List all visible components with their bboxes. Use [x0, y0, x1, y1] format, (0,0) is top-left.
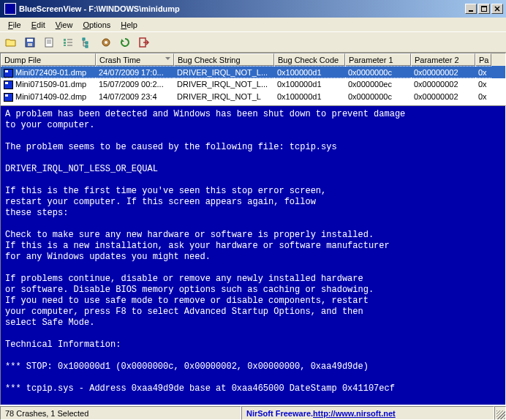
bsod-preview: A problem has been detected and Windows … [0, 105, 506, 405]
column-header-row: Dump File Crash Time Bug Check String Bu… [1, 53, 505, 66]
menu-help-label: elp [126, 20, 137, 29]
col-bug-string[interactable]: Bug Check String [174, 53, 274, 66]
col-bug-code[interactable]: Bug Check Code [274, 53, 345, 66]
cell-p3: 0x [475, 78, 491, 91]
col-crash-time-label: Crash Time [99, 56, 140, 64]
col-crash-time[interactable]: Crash Time [96, 53, 174, 66]
menu-help[interactable]: Help [116, 19, 143, 31]
col-param3[interactable]: Pa [475, 53, 491, 66]
options-button[interactable] [60, 34, 76, 50]
status-right: NirSoft Freeware. http://www.nirsoft.net [241, 406, 494, 420]
menu-options[interactable]: Options [78, 19, 116, 31]
cell-p3: 0x [475, 91, 491, 103]
status-brand: NirSoft Freeware. [246, 409, 313, 418]
menu-bar: File Edit View Options Help [0, 18, 506, 32]
cell-p1: 0x0000000c [345, 91, 411, 103]
menu-file[interactable]: File [3, 19, 26, 31]
exit-icon [138, 37, 150, 48]
close-button[interactable] [491, 4, 503, 14]
refresh-icon [119, 37, 131, 48]
cell-p3: 0x [475, 66, 491, 78]
settings-button[interactable] [98, 34, 114, 50]
cell-str: DRIVER_IRQL_NOT_L... [174, 78, 274, 91]
menu-file-label: ile [13, 20, 21, 29]
window-title: BlueScreenView - F:\WINDOWS\minidump [19, 4, 180, 13]
menu-view[interactable]: View [50, 19, 78, 31]
col-param1[interactable]: Parameter 1 [345, 53, 411, 66]
cell-str: DRIVER_IRQL_NOT_L... [174, 66, 274, 78]
window-controls [465, 4, 505, 14]
cell-str: DRIVER_IRQL_NOT_L [174, 91, 274, 103]
open-button[interactable] [3, 34, 19, 50]
svg-rect-19 [86, 42, 88, 44]
svg-point-22 [105, 41, 107, 44]
menu-options-label: ptions [89, 20, 110, 29]
table-row[interactable]: Mini071509-01.dmp 15/07/2009 00:2... DRI… [1, 78, 505, 91]
status-link[interactable]: http://www.nirsoft.net [313, 409, 396, 418]
cell-p1: 0x000000ec [345, 78, 411, 91]
status-left: 78 Crashes, 1 Selected [0, 406, 241, 420]
app-icon [4, 3, 16, 15]
cell-p2: 0x00000002 [411, 66, 475, 78]
title-bar: BlueScreenView - F:\WINDOWS\minidump [0, 0, 506, 18]
cell-time: 24/07/2009 17:0... [96, 66, 174, 78]
table-row[interactable]: Mini072409-01.dmp 24/07/2009 17:0... DRI… [1, 66, 505, 78]
dump-icon [4, 69, 13, 78]
floppy-icon [24, 37, 36, 48]
cell-code: 0x100000d1 [274, 91, 345, 103]
dump-icon [4, 80, 13, 89]
svg-rect-2 [481, 6, 487, 7]
menu-edit-label: dit [37, 20, 45, 29]
dump-icon [4, 93, 13, 102]
cell-p1: 0x0000000c [345, 66, 411, 78]
gear-icon [100, 37, 112, 48]
cell-code: 0x100000d1 [274, 78, 345, 91]
props-button[interactable] [41, 34, 57, 50]
svg-rect-0 [469, 10, 473, 12]
cell-file: Mini071409-02.dmp [15, 92, 86, 101]
svg-rect-13 [64, 42, 66, 44]
cell-file: Mini072409-01.dmp [15, 68, 86, 77]
svg-rect-12 [64, 39, 66, 41]
svg-rect-14 [64, 45, 66, 46]
dump-list[interactable]: Dump File Crash Time Bug Check String Bu… [0, 53, 506, 105]
svg-rect-6 [27, 39, 33, 42]
toolbar [0, 32, 506, 53]
cell-p2: 0x00000002 [411, 91, 475, 103]
cell-file: Mini071509-01.dmp [15, 80, 86, 89]
document-icon [43, 37, 55, 48]
menu-view-label: iew [61, 20, 73, 29]
svg-rect-7 [28, 43, 32, 46]
table-row[interactable]: Mini071409-02.dmp 14/07/2009 23:4 DRIVER… [1, 91, 505, 103]
sort-desc-icon [165, 57, 170, 62]
col-param2[interactable]: Parameter 2 [411, 53, 475, 66]
cell-time: 15/07/2009 00:2... [96, 78, 174, 91]
tree-button[interactable] [79, 34, 95, 50]
list-icon [62, 37, 74, 48]
list-body: Mini072409-01.dmp 24/07/2009 17:0... DRI… [1, 66, 505, 103]
svg-rect-18 [83, 38, 85, 40]
menu-edit[interactable]: Edit [26, 19, 50, 31]
cell-p2: 0x00000002 [411, 78, 475, 91]
col-dump-file[interactable]: Dump File [1, 53, 96, 66]
exit-button[interactable] [136, 34, 152, 50]
refresh-button[interactable] [117, 34, 133, 50]
cell-code: 0x100000d1 [274, 66, 345, 78]
save-button[interactable] [22, 34, 38, 50]
minimize-button[interactable] [465, 4, 477, 14]
maximize-button[interactable] [478, 4, 490, 14]
tree-icon [81, 37, 93, 48]
status-bar: 78 Crashes, 1 Selected NirSoft Freeware.… [0, 405, 506, 420]
svg-rect-20 [86, 45, 88, 48]
resize-grip[interactable] [494, 406, 506, 420]
svg-rect-8 [45, 38, 53, 47]
cell-time: 14/07/2009 23:4 [96, 91, 174, 103]
folder-icon [5, 37, 17, 48]
